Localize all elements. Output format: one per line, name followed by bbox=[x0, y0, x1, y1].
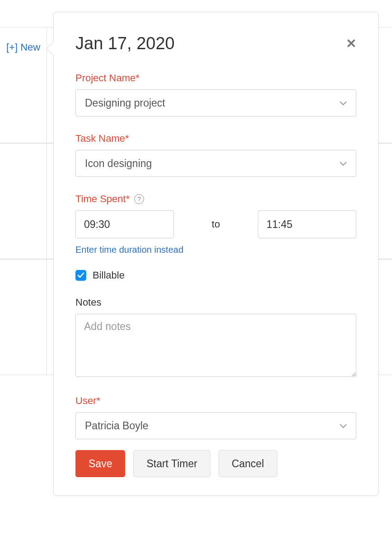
billable-checkbox[interactable] bbox=[75, 270, 86, 281]
project-name-select[interactable]: Designing project bbox=[75, 89, 356, 116]
chevron-down-icon bbox=[340, 159, 347, 168]
help-icon[interactable]: ? bbox=[134, 194, 144, 204]
popup-date-title: Jan 17, 2020 bbox=[75, 34, 175, 53]
project-name-label: Project Name* bbox=[75, 72, 356, 84]
task-name-select[interactable]: Icon designing bbox=[75, 150, 356, 177]
new-entry-link[interactable]: [+] New bbox=[6, 42, 40, 53]
user-value: Patricia Boyle bbox=[85, 420, 149, 432]
chevron-down-icon bbox=[340, 421, 347, 431]
close-icon[interactable]: ✕ bbox=[346, 37, 356, 50]
user-select[interactable]: Patricia Boyle bbox=[75, 412, 356, 439]
task-name-label: Task Name* bbox=[75, 133, 356, 144]
save-button[interactable]: Save bbox=[75, 450, 125, 477]
notes-label: Notes bbox=[75, 297, 356, 308]
time-entry-popup: Jan 17, 2020 ✕ Project Name* Designing p… bbox=[53, 12, 378, 496]
time-to-label: to bbox=[174, 218, 258, 230]
time-from-input[interactable] bbox=[75, 210, 174, 238]
duration-toggle-link[interactable]: Enter time duration instead bbox=[75, 245, 183, 255]
notes-textarea[interactable] bbox=[75, 314, 356, 377]
billable-label: Billable bbox=[93, 270, 125, 281]
time-spent-label: Time Spent* bbox=[75, 193, 130, 205]
project-name-value: Designing project bbox=[85, 97, 165, 109]
start-timer-button[interactable]: Start Timer bbox=[133, 450, 210, 477]
chevron-down-icon bbox=[340, 98, 347, 108]
cancel-button[interactable]: Cancel bbox=[219, 450, 277, 477]
user-label: User* bbox=[75, 395, 356, 407]
time-to-input[interactable] bbox=[258, 210, 356, 238]
task-name-value: Icon designing bbox=[85, 158, 152, 170]
